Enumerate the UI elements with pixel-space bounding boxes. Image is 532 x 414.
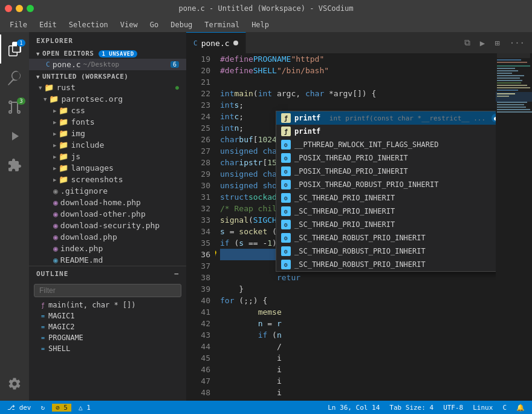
sidebar-item-index[interactable]: ◉ index.php <box>29 243 186 254</box>
menu-view[interactable]: View <box>115 19 143 30</box>
outline-item-main[interactable]: ƒ main(int, char * []) <box>29 300 186 310</box>
code-editor[interactable]: #define PROGNAME "httpd" #define SHELL "… <box>215 53 496 401</box>
ac-text-sc2: _SC_THREAD_PRIO_INHERIT <box>294 207 395 215</box>
svg-rect-20 <box>497 107 526 108</box>
tab-ponec[interactable]: C pone.c <box>186 32 246 53</box>
sidebar-item-rust[interactable]: ▼ 📁 rust ● <box>29 82 186 93</box>
svg-rect-14 <box>497 90 518 91</box>
sidebar-item-img[interactable]: ▶ 📁 img <box>29 128 186 139</box>
status-position[interactable]: Ln 36, Col 14 <box>325 404 382 412</box>
tab-unsaved-dot <box>233 41 238 45</box>
sidebar-item-download-home[interactable]: ◉ download-home.php <box>29 197 186 208</box>
code-line-21 <box>220 76 496 88</box>
ln-32: 32 <box>186 203 210 214</box>
status-warnings[interactable]: △ 1 <box>76 404 93 412</box>
layout-icon[interactable]: ⊞ <box>492 37 502 49</box>
activity-explorer[interactable]: 1 <box>0 34 29 64</box>
ac-item-sc-robust2[interactable]: ⚙ _SC_THREAD_ROBUST_PRIO_INHERIT <box>276 245 496 258</box>
ac-item-sc2[interactable]: ⚙ _SC_THREAD_PRIO_INHERIT <box>276 205 496 218</box>
sidebar-item-screenshots[interactable]: ▶ 📁 screenshots <box>29 174 186 185</box>
menu-go[interactable]: Go <box>145 19 163 30</box>
outline-item-shell[interactable]: = SHELL <box>29 343 186 354</box>
sidebar-item-parrotsec[interactable]: ▼ 📁 parrotsec.org <box>29 93 186 105</box>
status-errors[interactable]: ⊘ 5 <box>52 404 71 412</box>
ac-item-sc-robust3[interactable]: ⚙ _SC_THREAD_ROBUST_PRIO_INHERIT <box>276 258 496 271</box>
ac-text-sc-robust3: _SC_THREAD_ROBUST_PRIO_INHERIT <box>294 260 426 269</box>
sidebar-item-gitignore[interactable]: ◉ .gitignore <box>29 185 186 197</box>
status-sync[interactable]: ↻ <box>39 404 48 412</box>
outline-var4-icon: = <box>41 346 45 352</box>
svg-rect-6 <box>497 70 518 71</box>
menu-selection[interactable]: Selection <box>64 19 113 30</box>
sidebar-item-download[interactable]: ◉ download.php <box>29 231 186 243</box>
activity-run[interactable] <box>0 122 29 151</box>
workspace-section[interactable]: ▼ UNTITLED (WORKSPACE) <box>29 70 186 82</box>
ac-item-printf[interactable]: ƒ printf <box>276 125 496 138</box>
ac-item-sc-robust1[interactable]: ⚙ _SC_THREAD_ROBUST_PRIO_INHERIT <box>276 231 496 245</box>
run-code-icon[interactable]: ▶ <box>478 37 487 49</box>
outline-item-magic1[interactable]: = MAGIC1 <box>29 310 186 321</box>
window-controls[interactable] <box>5 5 34 12</box>
ln-21: 21 <box>186 76 210 88</box>
menu-terminal[interactable]: Terminal <box>199 19 244 30</box>
menu-edit[interactable]: Edit <box>34 19 62 30</box>
activity-extensions[interactable] <box>0 151 29 180</box>
ac-gear3-icon: ⚙ <box>281 166 291 176</box>
ln-35: 35 <box>186 237 210 249</box>
include-label: include <box>71 140 104 150</box>
sidebar-item-languages[interactable]: ▶ 📁 languages <box>29 162 186 174</box>
svg-rect-21 <box>497 109 530 110</box>
open-editors-section[interactable]: ▼ OPEN EDITORS 1 UNSAVED <box>29 47 186 59</box>
close-button[interactable] <box>5 5 12 12</box>
sidebar-item-js[interactable]: ▶ 📁 js <box>29 151 186 162</box>
ac-item-printf-sig[interactable]: ƒ printf int printf(const char *__restri… <box>276 111 496 125</box>
more-actions-icon[interactable]: ··· <box>507 37 527 49</box>
screenshots-folder-icon: 📁 <box>59 175 68 184</box>
sidebar-item-download-other[interactable]: ◉ download-other.php <box>29 208 186 220</box>
sidebar-item-include[interactable]: ▶ 📁 include <box>29 139 186 151</box>
status-language[interactable]: C <box>500 404 509 412</box>
svg-rect-2 <box>497 59 521 61</box>
code-line-48: i <box>220 387 496 398</box>
status-tab-size[interactable]: Tab Size: 4 <box>387 404 436 412</box>
status-branch[interactable]: ⎇ dev <box>5 404 34 412</box>
svg-rect-4 <box>497 65 530 67</box>
split-editor-icon[interactable]: ⧉ <box>462 36 473 49</box>
ac-gear9-icon: ⚙ <box>281 246 291 256</box>
autocomplete-dropdown[interactable]: ƒ printf int printf(const char *__restri… <box>276 111 496 272</box>
minimap[interactable] <box>496 53 532 401</box>
activity-search[interactable] <box>0 64 29 93</box>
sidebar-item-readme[interactable]: ◉ README.md <box>29 254 186 266</box>
activity-source-control[interactable]: 3 <box>0 93 29 122</box>
outline-func-icon: ƒ <box>41 302 45 309</box>
ac-item-posix2[interactable]: ⚙ _POSIX_THREAD_PRIO_INHERIT <box>276 165 496 178</box>
ac-item-posix1[interactable]: ⚙ _POSIX_THREAD_PRIO_INHERIT <box>276 151 496 165</box>
outline-item-progname[interactable]: = PROGNAME <box>29 332 186 343</box>
outline-header[interactable]: OUTLINE — <box>29 266 186 281</box>
code-line-44: / <box>220 341 496 352</box>
open-editor-file[interactable]: C pone.c ~/Desktop 6 <box>29 59 186 70</box>
sidebar-item-download-security[interactable]: ◉ download-security.php <box>29 220 186 231</box>
img-folder-icon: 📁 <box>59 129 68 138</box>
ln-30: 30 <box>186 180 210 191</box>
status-encoding[interactable]: UTF-8 <box>441 404 465 412</box>
status-line-endings[interactable]: Linux <box>470 404 495 412</box>
maximize-button[interactable] <box>27 5 34 12</box>
menu-help[interactable]: Help <box>247 19 274 30</box>
activity-settings[interactable] <box>0 372 29 401</box>
ac-item-posix-robust[interactable]: ⚙ _POSIX_THREAD_ROBUST_PRIO_INHERIT <box>276 178 496 191</box>
outline-filter-input[interactable] <box>34 284 181 297</box>
minimize-button[interactable] <box>16 5 23 12</box>
ac-gear4-icon: ⚙ <box>281 180 291 189</box>
menu-file[interactable]: File <box>5 19 32 30</box>
ac-item-sc1[interactable]: ⚙ _SC_THREAD_PRIO_INHERIT <box>276 191 496 205</box>
download-home-icon: ◉ <box>53 198 58 207</box>
status-notification-icon[interactable]: 🔔 <box>514 404 527 412</box>
outline-item-magic2[interactable]: = MAGIC2 <box>29 321 186 332</box>
ac-item-pthread-rwlock[interactable]: ⚙ __PTHREAD_RWLOCK_INT_FLAGS_SHARED <box>276 138 496 151</box>
ac-item-sc3[interactable]: ⚙ _SC_THREAD_PRIO_INHERIT <box>276 218 496 231</box>
sidebar-item-fonts[interactable]: ▶ 📁 fonts <box>29 116 186 128</box>
menu-debug[interactable]: Debug <box>166 19 197 30</box>
sidebar-item-css[interactable]: ▶ 📁 css <box>29 105 186 116</box>
editor-content[interactable]: 19 20 21 22 23 24 25 26 27 28 29 30 31 3… <box>186 53 532 401</box>
